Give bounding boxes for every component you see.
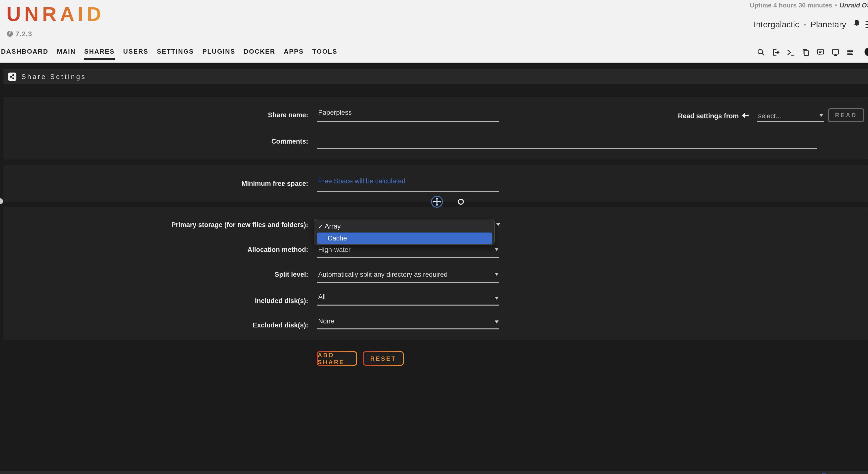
- header-toolbar: [757, 48, 855, 57]
- comments-input[interactable]: [318, 136, 815, 143]
- allocation-underline: [317, 257, 499, 258]
- left-arrow-icon: [742, 112, 749, 121]
- share-name-input[interactable]: [318, 109, 497, 116]
- version-orb-icon: [7, 31, 13, 37]
- comments-underline: [317, 148, 817, 149]
- read-settings-underline: [757, 121, 824, 122]
- read-settings-select[interactable]: select...: [758, 112, 781, 120]
- allocation-method-select[interactable]: High-water: [318, 246, 351, 253]
- split-level-underline: [317, 282, 499, 283]
- select-arrow-icon: [495, 297, 499, 300]
- dropdown-option-array[interactable]: ✓ Array: [314, 221, 494, 232]
- uptime-text: Uptime 4 hours 36 minutes: [750, 1, 832, 9]
- read-settings-label: Read settings from: [661, 112, 739, 120]
- bullet-separator: •: [832, 1, 839, 9]
- version-label: 7.2.3: [16, 30, 32, 38]
- edge-cursor-dot: [0, 198, 3, 204]
- share-name-label: Share name:: [74, 111, 308, 119]
- min-free-space-underline: [317, 191, 499, 192]
- split-level-select[interactable]: Automatically split any directory as req…: [318, 271, 448, 278]
- nav-item-shares[interactable]: SHARES: [84, 48, 115, 60]
- excluded-disks-select[interactable]: None: [318, 317, 334, 325]
- primary-storage-dropdown: ✓ Array Cache: [314, 218, 495, 245]
- select-arrow-icon: [495, 273, 499, 276]
- checkmark-icon: ✓: [318, 223, 324, 230]
- excluded-disks-underline: [317, 329, 499, 330]
- nav-item-plugins[interactable]: PLUGINS: [202, 48, 235, 60]
- min-free-space-label: Minimum free space:: [74, 180, 308, 187]
- server-identity: Intergalactic • Planetary: [754, 19, 868, 30]
- click-cursor-circle: [458, 199, 464, 205]
- move-cursor-icon: [431, 195, 443, 208]
- feedback-icon[interactable]: [816, 48, 825, 57]
- option-label: Cache: [328, 235, 347, 242]
- nav-item-users[interactable]: USERS: [123, 48, 148, 60]
- min-free-space-input[interactable]: [318, 177, 497, 185]
- logout-icon[interactable]: [772, 48, 780, 57]
- copy-windows-icon[interactable]: [801, 48, 810, 57]
- included-disks-label: Included disk(s):: [74, 297, 308, 305]
- dropdown-option-cache[interactable]: Cache: [317, 233, 492, 244]
- main-nav: DASHBOARD MAIN SHARES USERS SETTINGS PLU…: [1, 48, 337, 60]
- comments-label: Comments:: [74, 138, 308, 145]
- option-label: Array: [324, 223, 341, 230]
- uptime-status: Uptime 4 hours 36 minutes•Unraid OS Star…: [750, 1, 868, 9]
- page-title-bar: Share Settings: [3, 69, 868, 84]
- os-edition-label: Unraid OS Starter: [839, 1, 868, 9]
- array-status[interactable]: Array Started: [6, 473, 56, 474]
- allocation-method-label: Allocation method:: [74, 246, 308, 253]
- primary-storage-label: Primary storage (for new files and folde…: [74, 221, 308, 229]
- log-icon[interactable]: [846, 48, 855, 57]
- included-disks-select[interactable]: All: [318, 293, 326, 301]
- unraid-logo[interactable]: UNRAID: [6, 3, 105, 25]
- split-level-label: Split level:: [74, 271, 308, 278]
- select-arrow-icon: [496, 223, 500, 226]
- nav-item-tools[interactable]: TOOLS: [312, 48, 337, 60]
- menu-hamburger-icon[interactable]: [866, 21, 868, 28]
- notifications-bell-icon[interactable]: [852, 19, 861, 30]
- profile-icon[interactable]: [865, 48, 868, 56]
- server-name: Intergalactic: [754, 20, 799, 30]
- section-share-identity: [3, 97, 868, 160]
- terminal-icon[interactable]: [786, 48, 795, 57]
- nav-item-docker[interactable]: DOCKER: [244, 48, 275, 60]
- share-settings-icon: [8, 72, 17, 81]
- reset-button[interactable]: RESET: [363, 351, 404, 366]
- search-icon[interactable]: [757, 48, 765, 57]
- share-name-underline: [317, 121, 499, 122]
- version-line: 7.2.3: [7, 30, 32, 38]
- included-disks-underline: [317, 305, 499, 306]
- add-share-button[interactable]: ADD SHARE: [317, 351, 357, 366]
- select-arrow-icon: [819, 114, 823, 117]
- nav-item-dashboard[interactable]: DASHBOARD: [1, 48, 49, 60]
- nav-item-apps[interactable]: APPS: [284, 48, 304, 60]
- read-button[interactable]: READ: [828, 108, 864, 122]
- excluded-disks-label: Excluded disk(s):: [74, 321, 308, 329]
- array-status-label: Array Started: [15, 473, 56, 474]
- bullet-separator: •: [804, 21, 806, 28]
- select-arrow-icon: [495, 320, 499, 324]
- monitor-icon[interactable]: [831, 48, 840, 57]
- select-arrow-icon: [495, 248, 499, 251]
- footer-bar: Array Started Unraid® and Limetech® ©202…: [0, 471, 868, 474]
- nav-item-settings[interactable]: SETTINGS: [157, 48, 194, 60]
- nav-item-main[interactable]: MAIN: [57, 48, 76, 60]
- server-description: Planetary: [810, 20, 846, 30]
- unraid-webgui: UNRAID 7.2.3 Uptime 4 hours 36 minutes•U…: [0, 0, 868, 474]
- page-title: Share Settings: [21, 73, 86, 80]
- header: UNRAID 7.2.3 Uptime 4 hours 36 minutes•U…: [0, 0, 868, 64]
